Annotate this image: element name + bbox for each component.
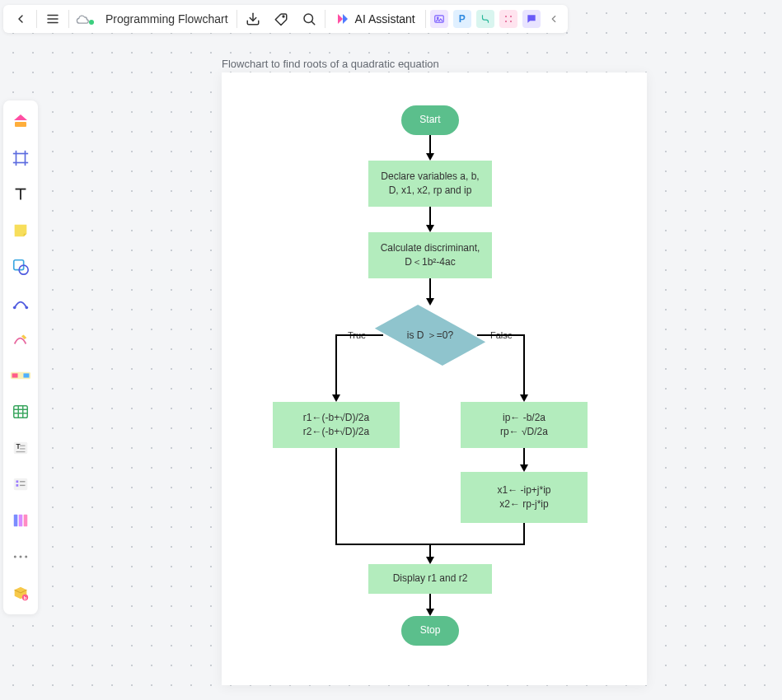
search-button[interactable] (295, 7, 323, 31)
quick-tile-grid[interactable] (499, 10, 517, 28)
tool-pen[interactable] (7, 324, 35, 354)
sticky-icon (12, 222, 30, 240)
canvas-heading: Flowchart to find roots of a quadratic e… (222, 58, 439, 70)
ai-assistant-label: AI Assistant (355, 12, 415, 26)
flowchart-canvas[interactable]: Start Declare variables a, b, D, x1, x2,… (222, 72, 647, 685)
download-icon (246, 12, 260, 26)
node-decision[interactable]: is D ＞=0? (382, 305, 478, 366)
svg-point-8 (437, 17, 438, 19)
tool-more[interactable] (7, 542, 35, 572)
hamburger-icon (45, 12, 60, 26)
node-start-label: Start (419, 113, 440, 127)
arrow-head-icon (520, 394, 528, 402)
svg-rect-28 (14, 406, 28, 418)
node-calc-disc[interactable]: Calculate discriminant, D＜1b²-4ac (368, 232, 492, 278)
tool-text[interactable] (7, 180, 35, 209)
list-icon (12, 475, 30, 493)
shapes-icon (11, 112, 30, 132)
ai-sparkle-icon (335, 12, 350, 26)
node-start[interactable]: Start (401, 105, 459, 135)
svg-marker-13 (14, 114, 27, 120)
svg-point-12 (510, 21, 512, 22)
quick-tile-flow[interactable] (476, 10, 494, 28)
connector-icon (12, 294, 30, 312)
back-button[interactable] (7, 7, 35, 31)
node-declare[interactable]: Declare variables a, b, D, x1, x2, rp an… (368, 161, 492, 207)
left-tool-panel: T b (3, 100, 38, 614)
svg-point-11 (505, 21, 507, 22)
separator (325, 10, 325, 28)
quick-tile-comment[interactable] (522, 10, 541, 28)
tool-list[interactable] (7, 469, 35, 499)
connector (375, 334, 383, 336)
svg-point-48 (25, 556, 27, 558)
node-false-calc2[interactable]: x1← -ip+j*ip x2← rp-j*ip (461, 472, 588, 523)
svg-point-46 (14, 556, 16, 558)
svg-text:T: T (16, 443, 21, 450)
tag-button[interactable] (267, 7, 295, 31)
svg-point-24 (26, 306, 29, 310)
collapse-button[interactable] (543, 7, 564, 31)
arrow-head-icon (426, 153, 434, 161)
quick-tile-p-label: P (459, 13, 466, 25)
arrow-head-icon (426, 225, 434, 232)
tool-table[interactable] (7, 397, 35, 427)
connector (335, 334, 337, 396)
tool-connector[interactable] (7, 288, 35, 318)
connector (523, 448, 525, 466)
tool-basic-shape[interactable] (7, 252, 35, 282)
document-title-area[interactable]: Programming Flowchart (71, 12, 235, 26)
more-icon (12, 553, 29, 561)
tool-text-block[interactable]: T (7, 433, 35, 463)
connector (485, 334, 525, 336)
connector (335, 334, 375, 336)
tool-columns[interactable] (7, 506, 35, 535)
node-display[interactable]: Display r1 and r2 (368, 564, 492, 594)
quick-tile-p[interactable]: P (453, 10, 471, 28)
svg-point-5 (304, 14, 313, 23)
svg-rect-44 (19, 515, 23, 527)
cloud-sync-icon (76, 12, 91, 26)
tool-sticky[interactable] (7, 216, 35, 245)
connector (523, 523, 525, 544)
svg-point-47 (20, 556, 22, 558)
tag-icon (274, 12, 288, 26)
image-icon (433, 13, 445, 25)
svg-point-23 (13, 306, 16, 310)
tool-package[interactable]: b (7, 578, 35, 608)
node-display-label: Display r1 and r2 (393, 572, 468, 586)
arrow-head-icon (520, 464, 528, 472)
node-decision-label: is D ＞=0? (382, 305, 478, 366)
svg-rect-43 (14, 515, 18, 527)
pen-icon (12, 330, 30, 348)
node-true-calc-label: r1←(-b+√D)/2a r2←(-b+√D)/2a (303, 411, 369, 440)
node-true-calc[interactable]: r1←(-b+√D)/2a r2←(-b+√D)/2a (273, 402, 400, 448)
svg-point-9 (505, 16, 507, 17)
arrow-head-icon (426, 609, 434, 616)
table-icon (12, 403, 30, 421)
document-title: Programming Flowchart (105, 12, 228, 26)
arrow-head-icon (332, 394, 340, 402)
node-calc-disc-label: Calculate discriminant, D＜1b²-4ac (381, 241, 480, 270)
tool-frame[interactable] (7, 143, 35, 173)
ai-assistant-button[interactable]: AI Assistant (327, 7, 424, 31)
frame-icon (12, 149, 30, 167)
svg-rect-27 (23, 373, 29, 377)
package-icon: b (12, 584, 30, 602)
download-button[interactable] (239, 7, 267, 31)
flowchart: Start Declare variables a, b, D, x1, x2,… (222, 72, 647, 685)
separator (425, 10, 426, 28)
separator (68, 10, 69, 28)
svg-point-4 (283, 16, 284, 17)
svg-line-6 (311, 21, 314, 24)
comment-icon (526, 13, 537, 25)
chevron-left-icon (548, 13, 560, 25)
node-false-calc1[interactable]: ip← -b/2a rp← √D/2a (461, 402, 588, 448)
quick-tile-image[interactable] (430, 10, 448, 28)
menu-button[interactable] (39, 7, 67, 31)
tool-highlight[interactable] (7, 361, 35, 390)
svg-rect-26 (12, 373, 18, 377)
node-stop[interactable]: Stop (401, 616, 459, 646)
connector (335, 448, 337, 544)
tool-shapes[interactable] (7, 107, 35, 137)
